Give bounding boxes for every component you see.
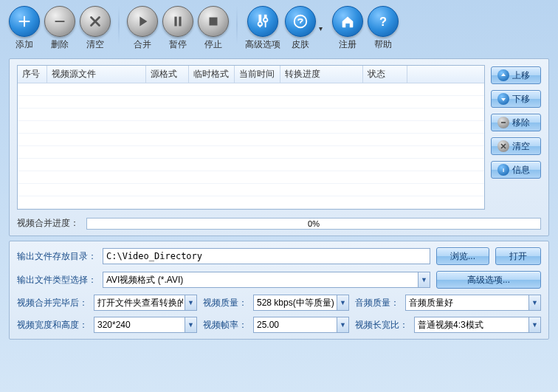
audio-quality-value[interactable]: [405, 295, 541, 311]
output-dir-label: 输出文件存放目录：: [17, 250, 97, 263]
browse-button[interactable]: 浏览...: [436, 247, 489, 265]
merge-progress-text: 0%: [87, 219, 540, 229]
video-quality-value[interactable]: [253, 295, 349, 311]
svg-rect-0: [55, 21, 65, 22]
audio-quality-label: 音频质量：: [355, 297, 399, 309]
open-button[interactable]: 打开: [495, 247, 541, 265]
skin-icon: [285, 6, 316, 37]
col-seq[interactable]: 序号: [18, 66, 47, 83]
output-dir-input[interactable]: [103, 248, 430, 264]
move-up-button[interactable]: 上移: [491, 66, 541, 84]
chevron-down-icon[interactable]: ▼: [528, 317, 540, 332]
move-up-label: 上移: [512, 69, 530, 82]
chevron-down-icon[interactable]: ▼: [185, 317, 196, 332]
svg-rect-1: [174, 17, 176, 27]
col-spacer: [407, 66, 484, 83]
col-cur-time[interactable]: 当前时间: [235, 66, 280, 83]
table-row: [18, 134, 484, 146]
col-progress[interactable]: 转换进度: [280, 66, 363, 83]
col-source[interactable]: 视频源文件: [47, 66, 146, 83]
merge-progress-label: 视频合并进度：: [17, 217, 79, 230]
table-row: [18, 184, 484, 196]
table-row: [18, 83, 484, 96]
chevron-down-icon[interactable]: ▼: [337, 317, 348, 332]
chevron-down-icon[interactable]: ▼: [528, 295, 540, 310]
clear-button[interactable]: 清空: [80, 6, 111, 51]
video-fps-label: 视频帧率：: [203, 319, 247, 331]
table-row: [18, 196, 484, 209]
after-merge-value[interactable]: [94, 295, 197, 311]
audio-quality-combo[interactable]: ▼: [405, 295, 541, 311]
svg-rect-2: [179, 17, 181, 27]
stop-icon: [198, 6, 229, 37]
register-button[interactable]: 注册: [332, 6, 363, 51]
video-size-value[interactable]: [94, 317, 197, 333]
tools-icon: [247, 6, 278, 37]
table-header: 序号 视频源文件 源格式 临时格式 当前时间 转换进度 状态: [18, 66, 484, 83]
table-row: [18, 109, 484, 121]
table-row: [18, 159, 484, 171]
side-actions: 上移 下移 移除 清空 i信息: [491, 65, 541, 210]
pause-icon: [162, 6, 193, 37]
move-down-button[interactable]: 下移: [491, 90, 541, 108]
video-fps-combo[interactable]: ▼: [253, 317, 349, 333]
file-table[interactable]: 序号 视频源文件 源格式 临时格式 当前时间 转换进度 状态: [17, 65, 485, 210]
advanced-options-button[interactable]: 高级选项: [245, 6, 280, 51]
info-button[interactable]: i信息: [491, 161, 541, 179]
plus-icon: [9, 6, 40, 37]
output-type-label: 输出文件类型选择：: [17, 274, 97, 286]
info-label: 信息: [512, 164, 530, 176]
remove-label: 移除: [512, 117, 530, 129]
merge-button[interactable]: 合并: [127, 6, 158, 51]
play-icon: [127, 6, 158, 37]
video-quality-combo[interactable]: ▼: [253, 295, 349, 311]
video-fps-value[interactable]: [253, 317, 349, 333]
merge-progress-row: 视频合并进度： 0%: [17, 217, 541, 230]
delete-label: 删除: [51, 38, 69, 51]
arrow-up-icon: [497, 69, 509, 81]
advanced-options-button-2[interactable]: 高级选项...: [436, 271, 541, 289]
video-size-label: 视频宽度和高度：: [17, 319, 88, 331]
skin-label: 皮肤: [292, 38, 309, 51]
clear-list-button[interactable]: 清空: [491, 137, 541, 155]
clear-label: 清空: [86, 38, 104, 51]
table-row: [18, 96, 484, 109]
minus-icon: [44, 6, 75, 37]
x-icon: [497, 140, 509, 152]
merge-progress-bar: 0%: [86, 218, 541, 230]
stop-button[interactable]: 停止: [198, 6, 229, 51]
remove-button[interactable]: 移除: [491, 114, 541, 131]
skin-dropdown-arrow[interactable]: ▾: [319, 24, 326, 32]
svg-text:i: i: [503, 167, 504, 173]
output-type-value[interactable]: [103, 272, 430, 288]
video-aspect-combo[interactable]: ▼: [414, 317, 541, 333]
add-button[interactable]: 添加: [9, 6, 40, 51]
col-tmp-fmt[interactable]: 临时格式: [189, 66, 235, 83]
file-list-panel: 序号 视频源文件 源格式 临时格式 当前时间 转换进度 状态: [9, 58, 549, 236]
stop-label: 停止: [204, 38, 222, 51]
table-body[interactable]: [18, 83, 484, 209]
col-status[interactable]: 状态: [363, 66, 407, 83]
move-down-label: 下移: [512, 93, 530, 106]
svg-rect-6: [501, 122, 506, 123]
table-row: [18, 121, 484, 134]
output-type-combo[interactable]: ▼: [103, 272, 430, 288]
svg-text:?: ?: [379, 15, 387, 28]
merge-label: 合并: [134, 38, 151, 51]
video-size-combo[interactable]: ▼: [94, 317, 197, 333]
advanced-label: 高级选项: [245, 38, 280, 51]
after-merge-combo[interactable]: ▼: [94, 295, 197, 311]
chevron-down-icon[interactable]: ▼: [337, 295, 348, 310]
chevron-down-icon[interactable]: ▼: [185, 295, 196, 310]
toolbar-separator: [236, 6, 238, 44]
pause-button[interactable]: 暂停: [162, 6, 193, 51]
chevron-down-icon[interactable]: ▼: [418, 272, 430, 287]
delete-button[interactable]: 删除: [44, 6, 75, 51]
skin-button[interactable]: 皮肤: [285, 6, 316, 51]
table-row: [18, 146, 484, 159]
arrow-down-icon: [497, 93, 509, 105]
toolbar-separator: [118, 6, 120, 44]
col-src-fmt[interactable]: 源格式: [146, 66, 189, 83]
video-aspect-value[interactable]: [414, 317, 541, 333]
help-button[interactable]: ? 帮助: [368, 6, 399, 51]
